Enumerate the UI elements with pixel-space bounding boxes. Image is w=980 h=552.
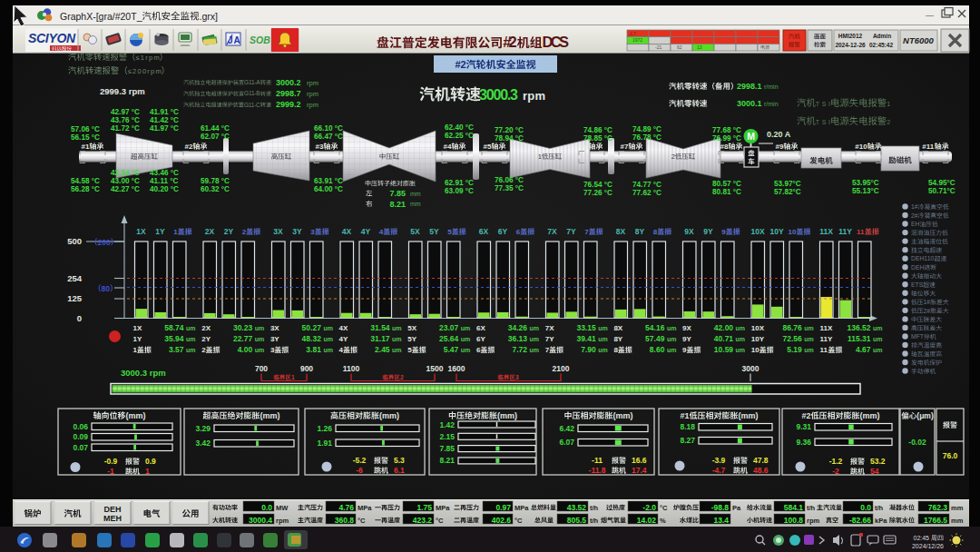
- svg-text:5Y: 5Y: [429, 227, 439, 236]
- svg-text:66.10 °C: 66.10 °C: [314, 124, 343, 133]
- svg-text:um: um: [530, 347, 540, 353]
- svg-text:4.67: 4.67: [856, 345, 871, 354]
- svg-text:2X: 2X: [205, 227, 215, 236]
- svg-text:-11: -11: [592, 456, 603, 465]
- svg-text:56.15 °C: 56.15 °C: [71, 133, 100, 142]
- svg-text:°C: °C: [514, 517, 523, 525]
- svg-text:02:45: 02:45: [914, 535, 930, 541]
- svg-text:59.78 °C: 59.78 °C: [201, 177, 230, 185]
- svg-text:0.0: 0.0: [860, 503, 871, 512]
- svg-text:-3.9: -3.9: [712, 456, 726, 465]
- svg-text:43.00 °C: 43.00 °C: [111, 177, 140, 185]
- svg-text:6.42: 6.42: [559, 424, 574, 433]
- svg-text:76.06 °C: 76.06 °C: [495, 176, 524, 184]
- svg-text:76.78 °C: 76.78 °C: [632, 133, 662, 142]
- svg-text:mm: mm: [410, 201, 421, 207]
- svg-text:6: 6: [516, 228, 521, 236]
- svg-text:16.6: 16.6: [632, 456, 647, 465]
- svg-text:2: 2: [242, 228, 247, 236]
- svg-text:-0.9: -0.9: [104, 457, 118, 466]
- svg-text:77.20 °C: 77.20 °C: [495, 126, 524, 134]
- svg-text:74.77 °C: 74.77 °C: [632, 181, 662, 189]
- svg-text:43.76 °C: 43.76 °C: [111, 116, 140, 124]
- svg-text:5Y: 5Y: [407, 335, 416, 343]
- svg-text:(mm): (mm): [260, 411, 280, 420]
- svg-text:MEH: MEH: [103, 514, 122, 523]
- svg-text:9Y: 9Y: [703, 227, 713, 236]
- svg-text:kPa: kPa: [875, 517, 887, 525]
- svg-text:mm: mm: [410, 191, 421, 197]
- svg-text:80.81 °C: 80.81 °C: [712, 188, 741, 196]
- svg-text:6: 6: [476, 346, 481, 354]
- svg-text:r/min: r/min: [764, 101, 779, 107]
- svg-text:A: A: [234, 35, 240, 45]
- svg-text:1X: 1X: [133, 324, 142, 332]
- svg-text:-98.8: -98.8: [711, 503, 730, 512]
- svg-text:43.46 °C: 43.46 °C: [150, 169, 179, 177]
- svg-text:10: 10: [789, 228, 797, 236]
- svg-text:7.90: 7.90: [581, 345, 596, 354]
- svg-text:um: um: [461, 336, 471, 342]
- svg-text:42.00: 42.00: [714, 323, 734, 332]
- svg-text:0.09: 0.09: [73, 432, 88, 441]
- svg-text:58.74: 58.74: [164, 323, 184, 332]
- svg-text:8.27: 8.27: [680, 436, 695, 445]
- svg-text:2.45: 2.45: [375, 345, 390, 354]
- svg-text:um: um: [392, 336, 402, 342]
- svg-text:41.42 °C: 41.42 °C: [150, 116, 179, 124]
- svg-text:SCIYON: SCIYON: [28, 31, 76, 45]
- svg-text:54.16: 54.16: [645, 323, 665, 332]
- svg-text:2998.7: 2998.7: [276, 89, 301, 98]
- svg-text:41.97 °C: 41.97 °C: [150, 124, 179, 133]
- svg-text:6X: 6X: [479, 227, 489, 236]
- svg-text:0.0: 0.0: [261, 503, 272, 512]
- svg-text:1Y: 1Y: [155, 227, 165, 236]
- svg-text:8: 8: [653, 228, 658, 236]
- svg-text:um: um: [323, 347, 333, 353]
- svg-text:um: um: [255, 347, 265, 353]
- svg-text:um: um: [598, 347, 608, 353]
- svg-text:um: um: [736, 325, 746, 331]
- svg-text:#3: #3: [316, 143, 324, 151]
- svg-text:J: J: [228, 35, 233, 45]
- svg-text:3000: 3000: [742, 364, 760, 373]
- svg-text:56.28 °C: 56.28 °C: [71, 185, 100, 193]
- svg-text:#1: #1: [681, 411, 690, 420]
- svg-text:2Y: 2Y: [224, 227, 234, 236]
- svg-text:900: 900: [300, 364, 313, 373]
- svg-text:um: um: [461, 347, 471, 353]
- svg-text:t/h: t/h: [875, 504, 884, 512]
- svg-text:10Y: 10Y: [769, 227, 783, 236]
- svg-text:3000.3 rpm: 3000.3 rpm: [121, 368, 166, 378]
- svg-text:11X: 11X: [819, 227, 833, 236]
- svg-text:6.1: 6.1: [394, 466, 405, 475]
- svg-text:um: um: [736, 347, 746, 353]
- svg-text:4.76: 4.76: [338, 503, 354, 512]
- svg-text:2: 2: [201, 346, 206, 354]
- svg-text:11: 11: [857, 228, 865, 236]
- svg-text:40.20 °C: 40.20 °C: [150, 185, 179, 193]
- svg-text:200: 200: [98, 238, 111, 247]
- svg-text:14.02: 14.02: [637, 516, 657, 525]
- svg-text:7: 7: [633, 31, 636, 36]
- svg-text:um: um: [804, 325, 814, 331]
- svg-text:um: um: [186, 325, 196, 331]
- svg-text:7X: 7X: [545, 324, 554, 332]
- svg-text:62.40 °C: 62.40 °C: [445, 123, 474, 132]
- svg-text:um: um: [255, 336, 265, 342]
- svg-text:1#: 1#: [911, 203, 918, 210]
- svg-text:#8: #8: [720, 143, 729, 151]
- svg-text:13.4: 13.4: [713, 516, 729, 525]
- svg-text:9X: 9X: [682, 324, 691, 332]
- svg-text:80.57 °C: 80.57 °C: [712, 180, 741, 188]
- svg-text:(mm): (mm): [126, 411, 146, 420]
- svg-text:4: 4: [379, 228, 384, 236]
- svg-text:um: um: [804, 336, 814, 342]
- svg-text:#6: #6: [581, 143, 589, 151]
- svg-text:360.8: 360.8: [335, 516, 355, 525]
- svg-text:8Y: 8Y: [613, 335, 622, 343]
- svg-text:54.95°C: 54.95°C: [928, 179, 956, 187]
- svg-text:HMI2012: HMI2012: [838, 33, 863, 39]
- svg-text:1.75: 1.75: [416, 503, 432, 512]
- svg-text:39.41: 39.41: [576, 334, 596, 343]
